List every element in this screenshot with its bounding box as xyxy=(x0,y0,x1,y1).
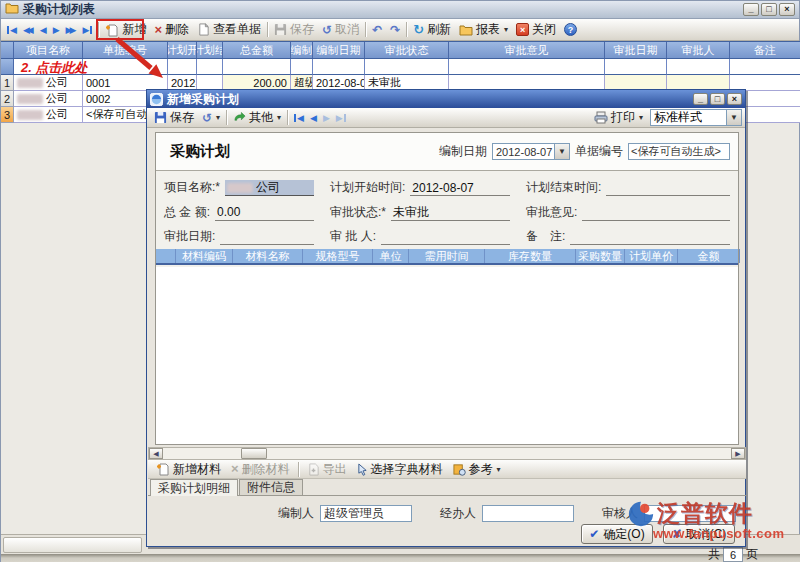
redacted-company-blur xyxy=(17,94,43,104)
row-number[interactable]: 2 xyxy=(1,91,14,107)
tab-attachment-info[interactable]: 附件信息 xyxy=(239,479,303,495)
filter-cell[interactable] xyxy=(291,59,313,75)
close-icon[interactable]: × xyxy=(727,93,742,105)
total-amount-field[interactable]: 0.00 xyxy=(215,205,314,221)
compile-date-combobox[interactable]: 2012-08-07 ▼ xyxy=(492,143,570,160)
window-controls: _ □ × xyxy=(743,3,795,16)
undo-button: ↶ xyxy=(368,22,386,38)
first-page-button[interactable]: ◀ xyxy=(3,24,20,36)
window-bottom-frame xyxy=(1,554,800,562)
redacted-company-blur xyxy=(17,78,43,88)
horizontal-scrollbar[interactable]: ◀ ▶ xyxy=(148,447,746,460)
filter-cell[interactable] xyxy=(730,59,800,75)
grid-column-header[interactable]: 审批人 xyxy=(667,42,730,58)
detail-column-header[interactable]: 采购数量 xyxy=(576,249,625,263)
detail-column-header[interactable]: 材料编码 xyxy=(176,249,233,263)
pager-suffix: 页 xyxy=(746,546,758,562)
refresh-icon: ↻ xyxy=(413,22,424,37)
dialog-titlebar: 新增采购计划 _ □ × xyxy=(147,90,745,108)
minimize-icon[interactable]: _ xyxy=(693,93,708,105)
print-button[interactable]: 打印▾ xyxy=(590,108,647,127)
grid-column-header[interactable]: 审批日期 xyxy=(605,42,667,58)
grid-column-header[interactable]: 总金额 xyxy=(223,42,291,58)
detail-column-header[interactable]: 金额 xyxy=(678,249,740,263)
dialog-first-button[interactable]: ◀ xyxy=(290,112,307,124)
detail-column-header[interactable]: 需用时间 xyxy=(409,249,485,263)
project-name-cell: 公司 xyxy=(14,75,83,91)
scroll-right-icon[interactable]: ▶ xyxy=(731,448,745,459)
refresh-button[interactable]: ↻ 刷新 xyxy=(409,20,455,39)
help-button[interactable]: ? xyxy=(560,22,581,37)
reference-button[interactable]: 参考▾ xyxy=(449,460,505,479)
row-number[interactable]: 1 xyxy=(1,75,14,91)
fast-prev-button[interactable]: ◀◀ xyxy=(20,24,37,36)
approve-date-field[interactable] xyxy=(220,229,314,245)
filter-cell[interactable] xyxy=(605,59,667,75)
chevron-down-icon[interactable]: ▼ xyxy=(554,144,569,159)
plan-end-field[interactable] xyxy=(606,180,730,196)
add-material-button[interactable]: 新增材料 xyxy=(152,460,225,479)
redo-button: ↷ xyxy=(386,22,404,38)
doc-no-field[interactable]: <保存可自动生成> xyxy=(628,143,730,160)
filter-cell[interactable] xyxy=(223,59,291,75)
detail-column-header[interactable]: 库存数量 xyxy=(485,249,576,263)
next-button[interactable]: ▶ xyxy=(50,24,63,36)
report-folder-icon xyxy=(459,24,473,36)
status-panel xyxy=(3,537,142,553)
material-grid-body[interactable] xyxy=(156,267,738,444)
printer-icon xyxy=(594,111,608,124)
filter-cell[interactable] xyxy=(197,59,223,75)
filter-cell[interactable] xyxy=(667,59,730,75)
tab-purchase-plan-detail[interactable]: 采购计划明细 xyxy=(150,479,238,496)
annotation-arrow xyxy=(105,37,175,85)
approver-field[interactable] xyxy=(381,229,510,245)
last-page-button[interactable]: ▶ xyxy=(79,24,96,36)
maximize-icon[interactable]: □ xyxy=(710,93,725,105)
chevron-down-icon[interactable]: ▼ xyxy=(726,110,741,125)
form-field-total: 总 金 额:0.00 xyxy=(164,199,314,223)
grid-column-header[interactable]: 项目名称 xyxy=(14,42,83,58)
detail-column-header[interactable]: 单位 xyxy=(373,249,409,263)
delete-x-icon: × xyxy=(231,464,239,474)
dialog-undo-button[interactable]: ↺▾ xyxy=(198,110,224,126)
toolbar-separator xyxy=(406,22,407,37)
note-field[interactable] xyxy=(570,229,730,245)
redacted-company-blur xyxy=(17,110,43,120)
approve-opinion-field[interactable] xyxy=(582,205,730,221)
compiler-field[interactable]: 超级管理员 xyxy=(320,505,412,522)
scroll-left-icon[interactable]: ◀ xyxy=(149,448,163,459)
detail-column-header[interactable]: 材料名称 xyxy=(233,249,303,263)
project-name-field[interactable]: 公司 xyxy=(225,180,314,196)
grid-column-header[interactable]: 编制日期 xyxy=(313,42,365,58)
dialog-save-button[interactable]: 保存 xyxy=(150,108,198,127)
grid-column-header[interactable]: 审批意见 xyxy=(449,42,605,58)
grid-column-header[interactable]: 计划结 xyxy=(197,42,223,58)
grid-column-header[interactable]: 备注 xyxy=(730,42,800,58)
scrollbar-thumb[interactable] xyxy=(241,448,267,459)
grid-column-header[interactable]: 编制 xyxy=(291,42,313,58)
close-icon[interactable]: × xyxy=(779,3,795,16)
filter-cell[interactable] xyxy=(449,59,605,75)
prev-button[interactable]: ◀ xyxy=(37,24,50,36)
view-doc-button[interactable]: 查看单据 xyxy=(193,20,265,39)
minimize-icon[interactable]: _ xyxy=(743,3,759,16)
dialog-prev-button[interactable]: ◀ xyxy=(307,112,320,124)
print-style-combobox[interactable]: 标准样式 ▼ xyxy=(650,109,742,126)
grid-column-header[interactable]: 审批状态 xyxy=(365,42,449,58)
select-dict-material-button[interactable]: 选择字典材料 xyxy=(353,460,447,479)
filter-cell[interactable] xyxy=(365,59,449,75)
dialog-controls: _ □ × xyxy=(693,93,742,105)
detail-column-header[interactable]: 计划单价 xyxy=(625,249,678,263)
report-button[interactable]: 报表▾ xyxy=(455,20,512,39)
filter-cell[interactable] xyxy=(313,59,365,75)
dialog-other-button[interactable]: 其他▾ xyxy=(229,108,285,127)
approve-status-field[interactable]: 未审批 xyxy=(391,205,510,221)
close-button[interactable]: × 关闭 xyxy=(512,20,560,39)
row-number[interactable]: 3 xyxy=(1,107,14,123)
plan-start-field[interactable]: 2012-08-07 xyxy=(410,180,510,196)
fast-next-button[interactable]: ▶▶ xyxy=(63,24,80,36)
detail-column-header[interactable]: 规格型号 xyxy=(303,249,373,263)
handler-field[interactable] xyxy=(482,505,574,522)
maximize-icon[interactable]: □ xyxy=(761,3,777,16)
page-number-box: 6 xyxy=(723,547,743,562)
